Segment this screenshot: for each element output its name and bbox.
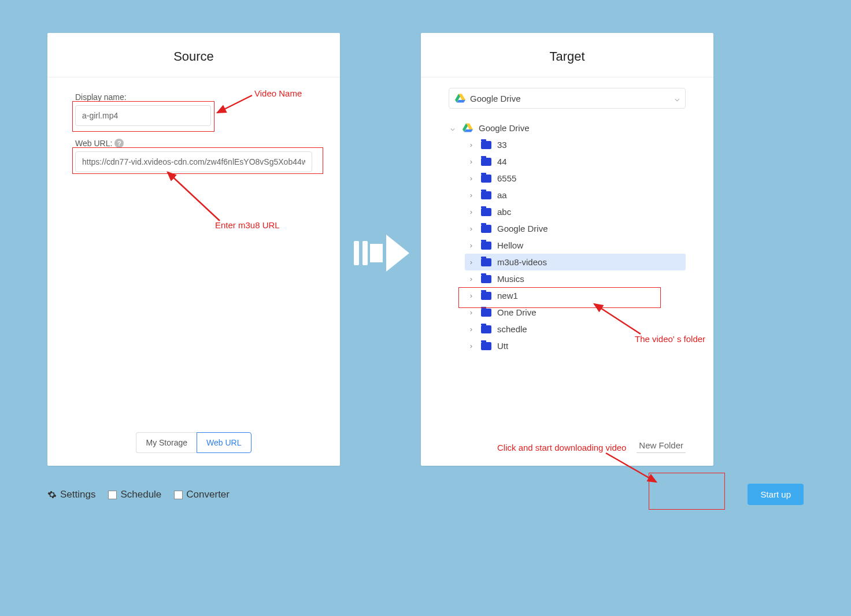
checkbox-icon [108, 491, 117, 499]
tree-root-label: Google Drive [479, 123, 530, 133]
web-url-input[interactable] [75, 151, 312, 172]
chevron-right-icon: › [467, 224, 475, 233]
gear-icon [47, 490, 57, 499]
display-name-input[interactable] [75, 105, 211, 126]
web-url-label: Web URL: ? [75, 139, 312, 148]
chevron-right-icon: › [467, 342, 475, 350]
chevron-right-icon: › [467, 207, 475, 216]
chevron-down-icon: ⌵ [675, 94, 679, 103]
chevron-right-icon: › [467, 308, 475, 317]
tree-folder-label: new1 [497, 291, 518, 300]
tree-folder-item[interactable]: ›new1 [465, 287, 686, 304]
tree-folder-item[interactable]: ›Musics [465, 270, 686, 287]
folder-icon [481, 309, 491, 317]
tree-root[interactable]: ⌵ Google Drive [449, 119, 686, 136]
google-drive-icon [455, 93, 465, 103]
tab-web-url[interactable]: Web URL [197, 432, 251, 453]
tree-folder-label: Musics [497, 274, 524, 284]
tree-folder-label: One Drive [497, 307, 536, 317]
converter-label: Converter [186, 489, 230, 500]
folder-icon [481, 208, 491, 216]
transfer-arrow-icon [354, 234, 412, 272]
bottom-bar: Settings Schedule Converter Start up [47, 481, 804, 509]
folder-icon [481, 191, 491, 199]
chevron-right-icon: › [467, 241, 475, 250]
tree-folder-label: abc [497, 207, 511, 217]
folder-icon [481, 258, 491, 266]
folder-icon [481, 325, 491, 333]
source-panel: Source Display name: Web URL: ? My Stora… [47, 33, 340, 466]
source-title: Source [47, 33, 340, 77]
google-drive-icon [462, 123, 473, 133]
tree-folder-label: Hellow [497, 240, 523, 250]
start-button[interactable]: Start up [748, 484, 804, 505]
drive-dropdown-label: Google Drive [470, 94, 670, 103]
tree-folder-item[interactable]: ›One Drive [465, 304, 686, 321]
folder-icon [481, 342, 491, 350]
converter-checkbox[interactable]: Converter [174, 489, 230, 500]
folder-icon [481, 175, 491, 183]
tree-folder-label: 33 [497, 140, 507, 150]
settings-button[interactable]: Settings [47, 489, 95, 500]
chevron-right-icon: › [467, 258, 475, 266]
checkbox-icon [174, 491, 183, 499]
folder-tree: ⌵ Google Drive ›33›44›6555›aa›abc›Google… [449, 119, 686, 354]
tree-folder-item[interactable]: ›44 [465, 153, 686, 170]
tab-my-storage[interactable]: My Storage [136, 432, 197, 453]
tree-folder-label: Google Drive [497, 224, 548, 233]
help-icon[interactable]: ? [114, 139, 124, 148]
tree-folder-label: m3u8-videos [497, 257, 547, 267]
chevron-right-icon: › [467, 174, 475, 183]
chevron-right-icon: › [467, 291, 475, 300]
tree-folder-label: aa [497, 190, 507, 200]
tree-folder-item[interactable]: ›33 [465, 136, 686, 153]
schedule-checkbox[interactable]: Schedule [108, 489, 161, 500]
chevron-right-icon: › [467, 157, 475, 166]
folder-icon [481, 225, 491, 233]
tree-folder-label: 6555 [497, 173, 516, 183]
tree-folder-item[interactable]: ›abc [465, 203, 686, 220]
chevron-right-icon: › [467, 140, 475, 149]
target-panel: Target Google Drive ⌵ ⌵ Google Drive ›33… [421, 33, 713, 466]
schedule-label: Schedule [120, 489, 161, 500]
chevron-right-icon: › [467, 274, 475, 283]
drive-dropdown[interactable]: Google Drive ⌵ [449, 88, 686, 109]
tree-folder-item[interactable]: ›Google Drive [465, 220, 686, 237]
folder-icon [481, 141, 491, 149]
folder-icon [481, 292, 491, 300]
tree-folder-item[interactable]: ›schedle [465, 321, 686, 337]
chevron-right-icon: › [467, 191, 475, 199]
tree-folder-label: 44 [497, 157, 507, 166]
tree-folder-item[interactable]: ›m3u8-videos [465, 254, 686, 270]
tree-folder-item[interactable]: ›6555 [465, 170, 686, 187]
tree-folder-item[interactable]: ›Hellow [465, 237, 686, 254]
target-title: Target [421, 33, 713, 77]
folder-icon [481, 275, 491, 283]
source-tabs: My Storage Web URL [47, 432, 340, 453]
settings-label: Settings [60, 489, 95, 500]
tree-folder-item[interactable]: ›Utt [465, 337, 686, 354]
new-folder-button[interactable]: New Folder [637, 440, 686, 453]
tree-folder-label: schedle [497, 324, 527, 334]
chevron-right-icon: › [467, 325, 475, 333]
chevron-down-icon: ⌵ [449, 124, 457, 132]
tree-folder-label: Utt [497, 341, 508, 351]
folder-icon [481, 242, 491, 250]
folder-icon [481, 158, 491, 166]
tree-folder-item[interactable]: ›aa [465, 187, 686, 203]
display-name-label: Display name: [75, 92, 312, 102]
